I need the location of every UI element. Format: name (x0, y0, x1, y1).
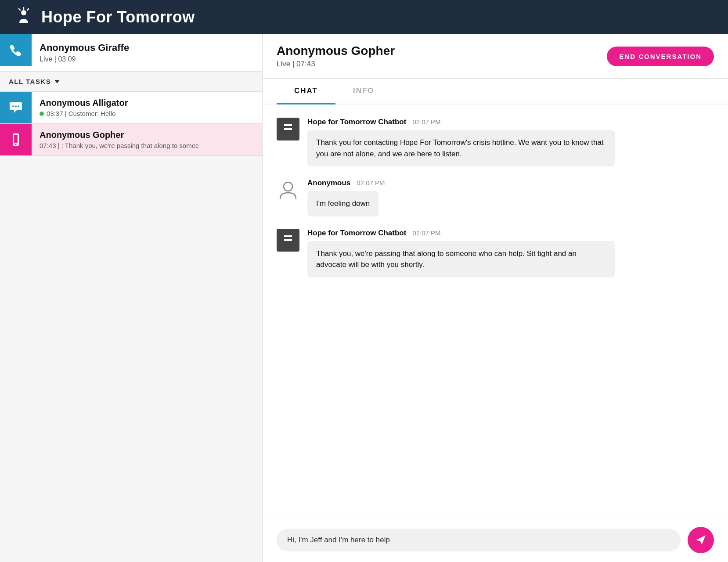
message-sender: Anonymous (307, 179, 350, 187)
svg-line-2 (27, 9, 29, 10)
pinned-contact-info: Anonymous Giraffe Live | 03:09 (40, 42, 129, 63)
bot-avatar (277, 118, 299, 140)
bot-icon (280, 232, 296, 249)
input-area (263, 518, 728, 562)
message-sender: Hope for Tomorrow Chatbot (307, 229, 406, 238)
end-conversation-button[interactable]: END CONVERSATION (607, 47, 714, 66)
svg-point-4 (12, 105, 14, 107)
message-content: Anonymous 02:07 PM I'm feeling down (307, 179, 714, 216)
chat-area: Hope for Tomorrow Chatbot 02:07 PM Thank… (263, 104, 728, 518)
contact-icon-gopher (0, 124, 32, 155)
chat-icon (9, 101, 23, 115)
all-tasks-label: ALL TASKS (9, 78, 51, 85)
svg-point-20 (281, 238, 284, 242)
sidebar: Anonymous Giraffe Live | 03:09 ALL TASKS (0, 34, 263, 562)
pinned-contact[interactable]: Anonymous Giraffe Live | 03:09 (0, 34, 262, 72)
contact-list: Anonymous Alligator 03:37 | Customer: He… (0, 92, 262, 562)
app-header: Hope For Tomorrow (0, 0, 728, 34)
contact-preview-alligator: 03:37 | Customer: Hello (40, 110, 254, 117)
message-content: Hope for Tomorrow Chatbot 02:07 PM Thank… (307, 229, 714, 277)
contact-body-alligator: Anonymous Alligator 03:37 | Customer: He… (32, 92, 262, 123)
active-contact-status: Live | 07:43 (277, 60, 395, 68)
contact-body-gopher: Anonymous Gopher 07:43 | : Thank you, we… (32, 124, 262, 155)
message-bubble: I'm feeling down (307, 191, 378, 216)
main-layout: Anonymous Giraffe Live | 03:09 ALL TASKS (0, 34, 728, 562)
bot-icon (280, 121, 296, 137)
message-time: 02:07 PM (412, 229, 440, 237)
message-row: Anonymous 02:07 PM I'm feeling down (277, 179, 714, 216)
all-tasks-bar[interactable]: ALL TASKS (0, 72, 262, 92)
svg-point-0 (21, 10, 26, 15)
contact-name-gopher: Anonymous Gopher (40, 130, 254, 140)
chevron-down-icon (54, 80, 60, 83)
send-icon (695, 534, 706, 546)
message-row: Hope for Tomorrow Chatbot 02:07 PM Thank… (277, 118, 714, 166)
app-title: Hope For Tomorrow (41, 8, 195, 26)
tab-info[interactable]: INFO (335, 79, 392, 104)
logo: Hope For Tomorrow (13, 7, 195, 28)
bot-avatar (277, 229, 299, 252)
contact-icon-alligator (0, 92, 32, 123)
pinned-contact-icon (0, 34, 32, 66)
svg-point-5 (15, 105, 17, 107)
contact-preview-gopher: 07:43 | : Thank you, we're passing that … (40, 142, 254, 149)
message-header: Hope for Tomorrow Chatbot 02:07 PM (307, 118, 714, 126)
svg-point-21 (292, 234, 296, 238)
svg-point-13 (281, 127, 284, 131)
svg-point-9 (15, 144, 17, 145)
svg-point-6 (18, 105, 19, 107)
chat-input[interactable] (277, 529, 681, 551)
send-button[interactable] (688, 527, 714, 553)
active-contact-name: Anonymous Gopher (277, 44, 395, 58)
contact-name-alligator: Anonymous Alligator (40, 98, 254, 108)
right-panel: Anonymous Gopher Live | 07:43 END CONVER… (263, 34, 728, 562)
pinned-contact-name: Anonymous Giraffe (40, 42, 129, 54)
tabs-bar: CHAT INFO (263, 79, 728, 104)
message-sender: Hope for Tomorrow Chatbot (307, 118, 406, 126)
svg-point-15 (292, 127, 296, 131)
tab-chat[interactable]: CHAT (277, 79, 335, 104)
user-avatar (277, 179, 299, 202)
message-content: Hope for Tomorrow Chatbot 02:07 PM Thank… (307, 118, 714, 166)
right-header-info: Anonymous Gopher Live | 07:43 (277, 44, 395, 68)
svg-point-14 (292, 123, 296, 127)
message-time: 02:07 PM (412, 118, 440, 126)
svg-rect-8 (14, 135, 18, 143)
message-time: 02:07 PM (357, 179, 385, 187)
list-item[interactable]: Anonymous Gopher 07:43 | : Thank you, we… (0, 124, 262, 156)
person-icon (278, 180, 299, 201)
message-bubble: Thank you for contacting Hope For Tomorr… (307, 130, 615, 166)
svg-point-12 (281, 123, 284, 127)
list-item[interactable]: Anonymous Alligator 03:37 | Customer: He… (0, 92, 262, 124)
message-header: Hope for Tomorrow Chatbot 02:07 PM (307, 229, 714, 238)
mobile-icon (9, 133, 23, 147)
svg-point-22 (292, 238, 296, 242)
message-row: Hope for Tomorrow Chatbot 02:07 PM Thank… (277, 229, 714, 277)
svg-point-16 (284, 182, 292, 191)
pinned-contact-status: Live | 03:09 (40, 55, 129, 63)
svg-line-3 (19, 9, 20, 10)
right-header: Anonymous Gopher Live | 07:43 END CONVER… (263, 34, 728, 79)
online-dot-icon (40, 112, 44, 116)
message-bubble: Thank you, we're passing that along to s… (307, 241, 615, 277)
phone-icon (9, 43, 23, 57)
hope-logo-icon (13, 7, 34, 28)
message-header: Anonymous 02:07 PM (307, 179, 714, 187)
svg-point-19 (281, 234, 284, 238)
